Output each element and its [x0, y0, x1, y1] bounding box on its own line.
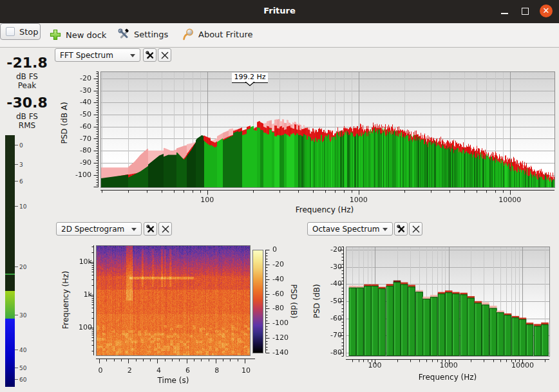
spectrogram-xlabel: Time (s): [135, 376, 212, 385]
tick-label: -70: [53, 135, 91, 143]
marker-caret-icon: [245, 82, 255, 87]
tick-label: 0: [88, 366, 113, 375]
fft-dock-close-button[interactable]: [158, 48, 171, 62]
close-icon: ✕: [543, 6, 550, 15]
tick-label: 10000: [491, 196, 529, 204]
meter-tick-label: 50: [19, 365, 26, 371]
new-dock-label: New dock: [66, 30, 106, 40]
rms-level-caption: RMS: [1, 121, 53, 130]
tick-label: -80: [272, 304, 284, 312]
tick-label: 10000: [503, 361, 542, 369]
meter-tick: [15, 145, 18, 145]
spectrogram-dock-settings-button[interactable]: [144, 222, 157, 236]
meter-tick: [15, 164, 18, 165]
octave-dock-settings-button[interactable]: [394, 222, 408, 236]
meter-segment-rms: [5, 291, 15, 319]
tick-label: -70: [303, 331, 342, 339]
meter-tick-label: 0: [19, 142, 23, 149]
fft-xlabel: Frequency (Hz): [273, 205, 376, 214]
friture-window: Friture ✕ Stop New dock: [0, 0, 559, 392]
close-icon: [412, 225, 420, 233]
tick-label: -20: [53, 74, 91, 82]
spectrogram-dock-selector[interactable]: 2D Spectrogram: [56, 222, 142, 236]
tools-icon: [146, 225, 155, 234]
colorbar-label: PSD (dB): [289, 284, 298, 318]
meter-tick-label: 60: [19, 377, 26, 383]
plus-icon: [49, 28, 62, 41]
tick-label: 0: [272, 245, 277, 254]
stop-button[interactable]: Stop: [0, 23, 41, 40]
meter-segment-blue: [5, 319, 15, 387]
stop-icon: [6, 27, 15, 36]
close-button[interactable]: ✕: [540, 5, 553, 17]
tick-label: -120: [272, 333, 289, 342]
tick-label: -20: [272, 260, 284, 268]
meter-segment-dim: [5, 135, 15, 291]
maximize-button[interactable]: [515, 0, 537, 23]
octave-dock-selector-label: Octave Spectrum: [312, 225, 380, 234]
tick-label: 4: [146, 366, 171, 375]
spectrogram-plot[interactable]: [85, 239, 278, 384]
tick-label: -30: [53, 86, 91, 95]
settings-button[interactable]: Settings: [118, 28, 168, 41]
tick-label: 10k: [53, 257, 92, 266]
stop-label: Stop: [19, 27, 39, 37]
level-meter-bar: [5, 135, 15, 387]
tools-icon: [397, 225, 406, 234]
fft-dock-selector-label: FFT Spectrum: [60, 51, 113, 60]
toolbar: Stop New dock Settings: [0, 23, 559, 48]
tick-label: -50: [303, 297, 342, 305]
spectrogram-dock-close-button[interactable]: [158, 222, 172, 236]
tools-icon: [146, 51, 155, 60]
about-icon: [182, 28, 194, 41]
octave-dock-selector[interactable]: Octave Spectrum: [307, 222, 393, 236]
minimize-icon: [501, 13, 508, 14]
tick-label: 10: [233, 366, 259, 375]
peak-level-value: -21.8: [1, 55, 53, 71]
about-button[interactable]: About Friture: [182, 28, 252, 41]
tick-label: -20: [303, 245, 342, 254]
tick-label: -140: [272, 348, 289, 357]
about-label: About Friture: [198, 30, 252, 39]
octave-dock-close-button[interactable]: [409, 222, 422, 236]
peak-level-caption: Peak: [1, 81, 53, 90]
tick-label: 1000: [339, 196, 378, 204]
tick-label: 8: [204, 366, 230, 375]
meter-tick-label: 40: [19, 347, 26, 353]
tick-label: -100: [272, 319, 289, 327]
tools-icon: [118, 28, 130, 41]
tick-label: -60: [272, 290, 284, 298]
tick-label: -30: [303, 263, 342, 271]
close-icon: [161, 51, 169, 59]
tick-label: -90: [53, 158, 91, 167]
spectrogram-ylabel: Frequency (Hz): [61, 271, 70, 330]
rms-level-value: -30.8: [1, 95, 53, 111]
peak-level-unit: dB FS: [1, 72, 53, 81]
tick-label: 100: [188, 196, 227, 204]
tick-label: -50: [53, 110, 91, 118]
chevron-down-icon: [131, 228, 137, 231]
chevron-down-icon: [130, 54, 135, 57]
meter-tick-label: 10: [19, 203, 26, 210]
meter-tick: [15, 368, 18, 368]
meter-tick: [15, 266, 18, 267]
tick-label: 1000: [430, 361, 468, 369]
fft-dock-selector[interactable]: FFT Spectrum: [55, 48, 140, 62]
rms-level-unit: dB FS: [1, 112, 53, 121]
tick-label: 100: [355, 361, 394, 369]
octave-spectrum-plot[interactable]: [335, 241, 559, 369]
settings-label: Settings: [134, 30, 168, 39]
tick-label: -80: [53, 146, 91, 154]
tick-label: -100: [53, 171, 91, 179]
meter-tick-label: 3: [19, 162, 23, 168]
close-icon: [162, 225, 169, 233]
meter-tick-label: 20: [19, 264, 26, 270]
fft-dock-settings-button[interactable]: [143, 48, 156, 62]
spectrogram-dock-selector-label: 2D Spectrogram: [61, 225, 124, 234]
tick-label: -40: [53, 98, 91, 106]
meter-tick-label: 6: [19, 178, 23, 185]
new-dock-button[interactable]: New dock: [49, 28, 106, 41]
maximize-icon: [522, 8, 529, 15]
fft-spectrum-plot[interactable]: [88, 66, 559, 198]
minimize-button[interactable]: [493, 0, 515, 23]
